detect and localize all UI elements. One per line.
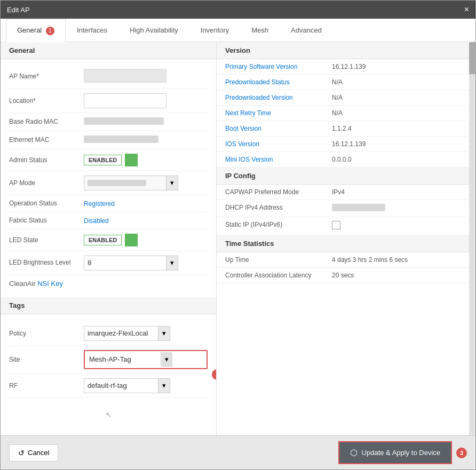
led-brightness-dropdown-arrow[interactable]: ▾ xyxy=(166,256,178,270)
ap-mode-select[interactable] xyxy=(84,176,166,190)
version-value-2: N/A xyxy=(332,94,461,101)
rf-label: RF xyxy=(9,382,84,389)
footer-badge: 3 xyxy=(456,448,467,458)
dialog-titlebar: Edit AP × xyxy=(1,1,475,19)
tab-advanced[interactable]: Advanced xyxy=(280,19,333,42)
tab-interfaces[interactable]: Interfaces xyxy=(66,19,118,42)
scroll-thumb[interactable] xyxy=(469,42,475,74)
capwap-value: IPv4 xyxy=(332,188,461,196)
ap-mode-row: AP Mode ▾ xyxy=(9,171,208,195)
cancel-button[interactable]: ↺ Cancel xyxy=(9,444,58,461)
version-value-1: N/A xyxy=(332,78,461,86)
scroll-bar[interactable] xyxy=(469,42,475,436)
update-apply-button[interactable]: ⬡ Update & Apply to Device xyxy=(338,441,452,464)
site-label: Site xyxy=(9,356,84,363)
admin-status-badge: ENABLED xyxy=(84,154,138,166)
version-value-0: 16.12.1.139 xyxy=(332,63,461,70)
site-select[interactable]: Mesh-AP-Tag xyxy=(86,352,161,367)
admin-status-text: ENABLED xyxy=(84,155,122,165)
dhcp-label: DHCP IPv4 Address xyxy=(225,204,332,211)
ap-mode-label: AP Mode xyxy=(9,179,84,187)
tab-general-badge: 1 xyxy=(46,27,54,35)
site-select-wrapper: Mesh-AP-Tag ▾ xyxy=(84,350,208,369)
rf-select-wrapper: default-rf-tag ▾ xyxy=(84,378,170,393)
edit-ap-dialog: Edit AP × General 1 Interfaces High Avai… xyxy=(0,0,476,470)
ethernet-mac-row: Ethernet MAC xyxy=(9,131,208,149)
cleanair-row: CleanAir NSI Key xyxy=(9,275,208,292)
time-stats-section-header: Time Statistics xyxy=(217,235,469,252)
operation-status-label: Operation Status xyxy=(9,200,84,207)
ip-row-2: Static IP (IPv4/IPv6) xyxy=(217,217,469,235)
ip-config-section-header: IP Config xyxy=(217,168,469,185)
ap-name-value xyxy=(84,69,208,84)
update-icon: ⬡ xyxy=(350,448,358,458)
tab-high-availability[interactable]: High Availability xyxy=(118,19,189,42)
ip-row-0: CAPWAP Preferred Mode IPv4 xyxy=(217,185,469,200)
left-panel: General AP Name* Location* default locat… xyxy=(1,42,217,436)
version-row-0: Primary Software Version 16.12.1.139 xyxy=(217,59,469,75)
version-row-1: Predownloaded Status N/A xyxy=(217,75,469,90)
ip-row-1: DHCP IPv4 Address xyxy=(217,200,469,217)
admin-status-toggle[interactable] xyxy=(125,154,138,166)
cleanair-label: CleanAir NSI Key xyxy=(9,280,84,288)
content-area: General AP Name* Location* default locat… xyxy=(1,42,475,436)
version-row-3: Next Retry Time N/A xyxy=(217,106,469,121)
fabric-status-value: Disabled xyxy=(84,217,109,225)
uptime-value: 4 days 3 hrs 2 mins 6 secs xyxy=(332,256,461,264)
ip-config-fields: CAPWAP Preferred Mode IPv4 DHCP IPv4 Add… xyxy=(217,185,469,235)
base-radio-mac-label: Base Radio MAC xyxy=(9,118,84,125)
close-button[interactable]: × xyxy=(464,5,469,14)
version-label-2: Predownloaded Version xyxy=(225,94,332,101)
version-section-header: Version xyxy=(217,42,469,59)
led-state-text: ENABLED xyxy=(84,235,122,245)
location-value: default location xyxy=(84,93,208,108)
policy-dropdown-arrow[interactable]: ▾ xyxy=(158,326,170,341)
admin-status-row: Admin Status ENABLED xyxy=(9,149,208,171)
time-stats-fields: Up Time 4 days 3 hrs 2 mins 6 secs Contr… xyxy=(217,252,469,283)
led-brightness-select[interactable]: 8 xyxy=(84,256,166,270)
ap-name-row: AP Name* xyxy=(9,65,208,89)
policy-select[interactable]: imarquez-FlexLocal xyxy=(84,326,158,341)
rf-dropdown-arrow[interactable]: ▾ xyxy=(158,378,170,393)
tab-bar: General 1 Interfaces High Availability I… xyxy=(1,19,475,42)
site-dropdown-arrow[interactable]: ▾ xyxy=(161,352,172,367)
base-radio-mac-row: Base Radio MAC xyxy=(9,113,208,131)
ap-name-input[interactable] xyxy=(84,69,166,83)
location-label: Location* xyxy=(9,97,84,105)
controller-latency-value: 20 secs xyxy=(332,272,461,279)
admin-status-label: Admin Status xyxy=(9,156,84,164)
version-label-6: Mini IOS Version xyxy=(225,156,332,163)
ethernet-mac-value xyxy=(84,136,158,143)
led-state-badge: ENABLED xyxy=(84,234,138,246)
static-ip-checkbox[interactable] xyxy=(332,221,340,229)
tags-section-header: Tags xyxy=(1,297,216,314)
location-input[interactable]: default location xyxy=(84,93,166,108)
ap-mode-dropdown-arrow[interactable]: ▾ xyxy=(166,176,178,190)
cancel-icon: ↺ xyxy=(18,449,25,457)
version-value-3: N/A xyxy=(332,109,461,117)
fabric-status-row: Fabric Status Disabled xyxy=(9,212,208,229)
right-panel: Version Primary Software Version 16.12.1… xyxy=(217,42,469,436)
ap-mode-select-wrapper: ▾ xyxy=(84,176,178,190)
led-brightness-select-wrapper: 8 ▾ xyxy=(84,256,178,270)
static-ip-label: Static IP (IPv4/IPv6) xyxy=(225,221,332,228)
dhcp-value xyxy=(332,204,461,213)
site-row: Site Mesh-AP-Tag ▾ 2 xyxy=(9,346,208,374)
nsi-key-link[interactable]: NSI Key xyxy=(37,280,63,288)
version-row-4: Boot Version 1.1.2.4 xyxy=(217,121,469,137)
dialog-title: Edit AP xyxy=(7,6,30,14)
version-row-5: IOS Version 16.12.1.139 xyxy=(217,137,469,152)
time-row-1: Controller Association Latency 20 secs xyxy=(217,268,469,283)
tab-general[interactable]: General 1 xyxy=(6,19,66,42)
rf-select[interactable]: default-rf-tag xyxy=(84,378,158,393)
tab-mesh[interactable]: Mesh xyxy=(240,19,280,42)
tags-form: Policy imarquez-FlexLocal ▾ Site xyxy=(1,316,216,436)
version-value-6: 0.0.0.0 xyxy=(332,156,461,163)
version-value-4: 1.1.2.4 xyxy=(332,125,461,132)
led-state-toggle[interactable] xyxy=(125,234,138,246)
ethernet-mac-label: Ethernet MAC xyxy=(9,136,84,144)
tab-inventory[interactable]: Inventory xyxy=(189,19,240,42)
version-label-4: Boot Version xyxy=(225,125,332,132)
led-state-label: LED State xyxy=(9,236,84,244)
update-label: Update & Apply to Device xyxy=(362,449,440,457)
